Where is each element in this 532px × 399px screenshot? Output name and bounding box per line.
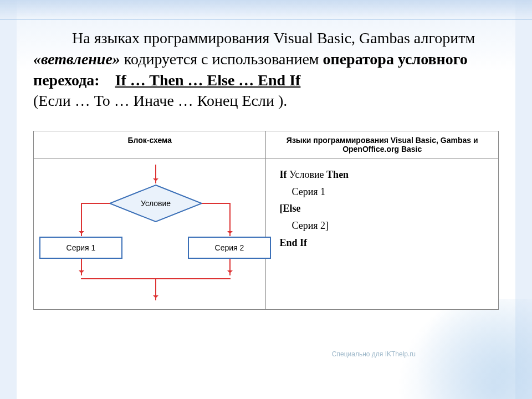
code-line-5: End If xyxy=(279,234,485,252)
flowchart-diagram: Условие Серия 1 Серия 2 xyxy=(39,162,260,306)
code-line-2: Серия 1 xyxy=(279,183,485,201)
code-line-3: [Else xyxy=(279,200,485,217)
flowchart-series1-box: Серия 1 xyxy=(39,237,122,259)
arrow-in-top xyxy=(155,165,156,183)
kw-end: End xyxy=(279,237,297,248)
table-cell-flowchart: Условие Серия 1 Серия 2 xyxy=(34,158,266,310)
para-text-2: кодируется с использованием xyxy=(120,50,323,68)
para-term-branching: «ветвление» xyxy=(33,50,120,68)
arrow-out-bottom xyxy=(155,278,156,300)
code-block: If Условие Then Серия 1 [Else Серия 2] E… xyxy=(272,162,493,255)
series1-label: Серия 1 xyxy=(66,243,96,252)
table-cell-code: If Условие Then Серия 1 [Else Серия 2] E… xyxy=(266,158,499,310)
comparison-table: Блок-схема Языки программирования Visual… xyxy=(33,131,499,310)
kw-endif-if: If xyxy=(297,237,307,248)
arrow-out-left-v xyxy=(81,259,82,275)
flowchart-series2-box: Серия 2 xyxy=(188,237,271,259)
kw-then: Then xyxy=(326,169,349,180)
condition-label: Условие xyxy=(109,184,203,223)
table-header-flowchart: Блок-схема xyxy=(34,131,266,158)
arrow-branch-left-h xyxy=(81,203,110,204)
arrow-out-right-v xyxy=(229,259,231,275)
code-line-1: If Условие Then xyxy=(279,166,485,183)
para-translation: (Если … То … Иначе … Конец Если ). xyxy=(33,92,287,109)
arrow-branch-left-v xyxy=(81,203,82,236)
para-text-1: На языках программирования Visual Basic,… xyxy=(72,29,475,47)
paragraph-main: На языках программирования Visual Basic,… xyxy=(33,28,499,111)
code-line-4: Серия 2] xyxy=(279,217,485,234)
slide-content: На языках программирования Visual Basic,… xyxy=(0,0,532,326)
arrow-branch-right-v xyxy=(229,203,231,236)
arrow-branch-right-h xyxy=(202,203,231,204)
kw-if: If xyxy=(279,169,287,180)
flowchart-condition-diamond: Условие xyxy=(109,184,203,223)
series2-label: Серия 2 xyxy=(215,243,244,252)
watermark-text: Специально для IKThelp.ru xyxy=(332,350,416,358)
para-operator-syntax: If … Then … Else … End If xyxy=(115,71,301,89)
code-condition: Условие xyxy=(287,169,326,180)
table-header-languages: Языки программирования Visual Basic, Gam… xyxy=(266,131,499,158)
